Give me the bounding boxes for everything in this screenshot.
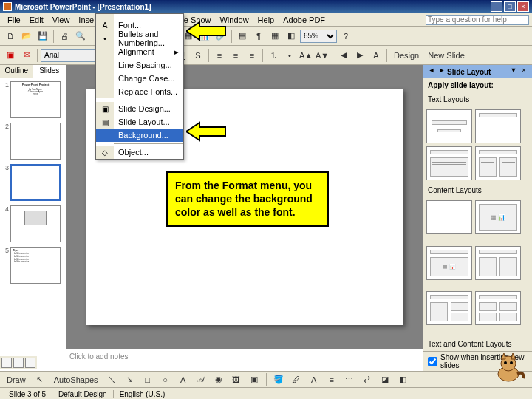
maximize-button[interactable]: □ (504, 1, 516, 12)
layout-content[interactable]: ▦ 📊 (475, 200, 521, 234)
textbox-button[interactable]: A (176, 372, 191, 387)
content-layouts-label: Content Layouts (423, 183, 532, 197)
format-bullets-item[interactable]: •Bullets and Numbering... (96, 32, 183, 45)
taskpane-fwd-button[interactable]: ► (437, 66, 447, 77)
close-button[interactable]: × (517, 1, 529, 12)
slide-thumb-4[interactable] (10, 205, 61, 242)
arrow-button[interactable]: ↘ (123, 372, 137, 387)
format-slide-design-item[interactable]: ▣Slide Design... (96, 102, 183, 115)
picture-button[interactable]: ▣ (247, 372, 262, 387)
tab-slides[interactable]: Slides (33, 65, 66, 78)
menu-file[interactable]: File (3, 16, 25, 24)
slide-thumb-1[interactable]: PowerPoint Projectby YourNameComputer Ap… (10, 81, 61, 118)
line-color-button[interactable]: 🖊 (289, 372, 304, 387)
formatting-toolbar: ▣ ✉ Arial 18 B I U S ≡ ≡ ≡ ⒈ • A▲ A▼ ◀ ▶… (0, 46, 532, 65)
status-language: English (U.S.) (114, 390, 172, 398)
view-buttons (0, 356, 37, 369)
new-slide-button[interactable]: New Slide (424, 48, 468, 63)
align-left-button[interactable]: ≡ (212, 48, 227, 63)
layout-two-column[interactable] (475, 146, 521, 180)
draw-menu[interactable]: Draw (3, 372, 30, 387)
layout-two-content-stack[interactable] (426, 291, 472, 325)
dash-style-button[interactable]: ⋯ (342, 372, 357, 387)
notes-pane[interactable]: Click to add notes (66, 349, 423, 371)
3d-style-button[interactable]: ◧ (395, 372, 410, 387)
slide-thumbnails[interactable]: 1PowerPoint Projectby YourNameComputer A… (0, 78, 66, 371)
help-button[interactable]: ? (338, 29, 353, 44)
numbering-button[interactable]: ⒈ (266, 48, 281, 63)
slide-thumb-5[interactable]: Tips• bullets are nice• bullets are nice… (10, 247, 61, 284)
grid-button[interactable]: ▦ (267, 29, 282, 44)
format-slide-layout-item[interactable]: ▤Slide Layout... (96, 115, 183, 129)
status-design: Default Design (52, 390, 114, 398)
layout-blank[interactable] (426, 200, 472, 234)
minimize-button[interactable]: _ (491, 1, 502, 12)
bullets-button[interactable]: • (282, 48, 297, 63)
pdf-mail-button[interactable]: ✉ (19, 48, 34, 63)
layout-two-content[interactable] (475, 246, 521, 280)
format-change-case-item[interactable]: Change Case... (96, 72, 183, 85)
help-search-input[interactable] (426, 15, 529, 25)
layout-title-text[interactable] (426, 146, 472, 180)
layout-four-content[interactable] (475, 291, 521, 325)
line-style-button[interactable]: ≡ (324, 372, 339, 387)
tab-outline[interactable]: Outline (0, 65, 33, 78)
slideshow-view-button[interactable] (25, 358, 35, 368)
taskpane-close-button[interactable]: × (519, 66, 529, 77)
shadow-button[interactable]: S (191, 48, 205, 63)
font-color-draw-button[interactable]: A (307, 372, 321, 387)
zoom-select[interactable]: 65% (300, 30, 337, 43)
rectangle-button[interactable]: □ (140, 372, 155, 387)
diagram-button[interactable]: ◉ (211, 372, 226, 387)
fill-color-button[interactable]: 🪣 (271, 372, 286, 387)
align-right-button[interactable]: ≡ (245, 48, 259, 63)
decrease-indent-button[interactable]: ◀ (336, 48, 351, 63)
open-button[interactable]: 📂 (19, 29, 34, 44)
format-alignment-item[interactable]: Alignment▸ (96, 45, 183, 58)
design-button[interactable]: Design (390, 48, 423, 63)
line-button[interactable]: ＼ (105, 372, 120, 387)
menu-edit[interactable]: Edit (25, 16, 48, 24)
font-color-button[interactable]: A (369, 48, 383, 63)
align-center-button[interactable]: ≡ (228, 48, 243, 63)
decrease-font-button[interactable]: A▼ (315, 48, 330, 63)
print-preview-button[interactable]: 🔍 (73, 29, 88, 44)
format-object-item[interactable]: ◇Object... (96, 146, 183, 159)
instruction-callout: From the Format menu, you can change the… (166, 171, 329, 227)
sorter-view-button[interactable] (13, 358, 24, 368)
layout-title-slide[interactable] (426, 109, 472, 143)
expand-button[interactable]: ▤ (235, 29, 250, 44)
show-when-inserting-checkbox[interactable] (428, 357, 437, 366)
taskpane-dropdown-button[interactable]: ▼ (508, 66, 519, 77)
layout-title-content[interactable]: ▦ 📊 (426, 246, 472, 280)
arrow-to-background-item (186, 121, 226, 143)
standard-toolbar: 🗋 📂 💾 🖨 🔍 ✓ ✂ ⎘ 📋 🖌 ▦ 📊 🔗 ▤ ¶ ▦ ◧ 65% ? (0, 27, 532, 46)
clipart-button[interactable]: 🖼 (229, 372, 244, 387)
slide-thumb-2[interactable] (10, 123, 61, 160)
format-line-spacing-item[interactable]: Line Spacing... (96, 58, 183, 72)
svg-marker-4 (501, 353, 505, 359)
slide-thumb-3[interactable] (10, 164, 61, 201)
menu-help[interactable]: Help (253, 16, 279, 24)
pdf-button[interactable]: ▣ (3, 48, 18, 63)
format-replace-fonts-item[interactable]: Replace Fonts... (96, 85, 183, 98)
show-format-button[interactable]: ¶ (251, 29, 266, 44)
autoshapes-menu[interactable]: AutoShapes (50, 372, 102, 387)
select-objects-button[interactable]: ↖ (33, 372, 47, 387)
increase-font-button[interactable]: A▲ (299, 48, 313, 63)
save-button[interactable]: 💾 (35, 29, 50, 44)
format-background-item[interactable]: Background... (96, 129, 183, 142)
normal-view-button[interactable] (1, 358, 12, 368)
shadow-style-button[interactable]: ◪ (378, 372, 392, 387)
menu-view[interactable]: View (48, 16, 75, 24)
print-button[interactable]: 🖨 (57, 29, 72, 44)
menu-adobe-pdf[interactable]: Adobe PDF (279, 16, 330, 24)
layout-title-only[interactable] (475, 109, 521, 143)
arrow-style-button[interactable]: ⇄ (360, 372, 375, 387)
color-button[interactable]: ◧ (284, 29, 299, 44)
new-button[interactable]: 🗋 (3, 29, 18, 44)
taskpane-back-button[interactable]: ◄ (426, 66, 437, 77)
increase-indent-button[interactable]: ▶ (352, 48, 367, 63)
wordart-button[interactable]: 𝒜 (194, 372, 208, 387)
oval-button[interactable]: ○ (158, 372, 173, 387)
